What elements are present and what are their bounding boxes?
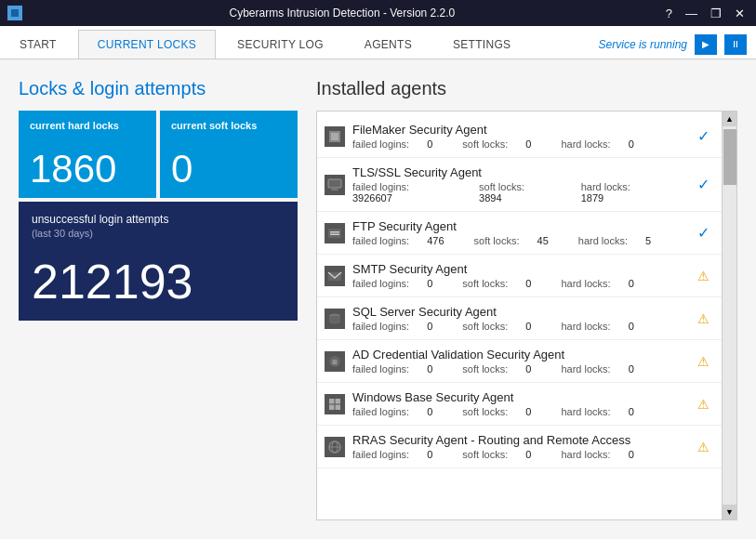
svg-rect-15 (329, 399, 335, 404)
app-icon (7, 6, 22, 20)
agent-icon (325, 309, 345, 329)
failed-logins-label: failed logins: 0 (352, 138, 447, 150)
window-controls: ? — ❐ ✕ (662, 7, 749, 20)
svg-rect-3 (331, 133, 338, 140)
login-attempts-sublabel: (last 30 days) (32, 228, 285, 239)
agent-name: SMTP Security Agent (352, 262, 686, 276)
soft-locks-value: 0 (171, 150, 286, 189)
agent-stats: failed logins: 0soft locks: 0hard locks:… (352, 449, 686, 460)
warning-icon: ⚠ (697, 311, 710, 326)
agent-item: RRAS Security Agent - Routing and Remote… (317, 426, 722, 468)
agent-item: FTP Security Agentfailed logins: 476soft… (317, 212, 722, 255)
svg-rect-7 (331, 190, 338, 191)
tab-security-log[interactable]: SECURITY LOG (218, 30, 343, 59)
svg-rect-10 (330, 233, 339, 235)
svg-rect-18 (336, 404, 341, 410)
close-button[interactable]: ✕ (731, 7, 749, 20)
soft-locks-label: soft locks: 0 (462, 449, 546, 460)
agent-info: Windows Base Security Agentfailed logins… (352, 390, 686, 417)
scrollbar[interactable]: ▲ ▼ (722, 112, 736, 519)
left-panel: Locks & login attempts current hard lock… (19, 78, 298, 520)
tab-current-locks[interactable]: CURRENT LOCKS (78, 30, 216, 59)
agents-list[interactable]: FileMaker Security Agentfailed logins: 0… (317, 112, 722, 519)
soft-locks-label: current soft locks (171, 120, 286, 131)
agent-stats: failed logins: 476soft locks: 45hard loc… (352, 235, 686, 246)
help-button[interactable]: ? (662, 7, 676, 20)
agent-stats: failed logins: 0soft locks: 0hard locks:… (352, 321, 686, 332)
hard-locks-label: hard locks: 0 (561, 278, 648, 289)
soft-locks-label: soft locks: 45 (474, 235, 564, 246)
agent-name: AD Credential Validation Security Agent (352, 348, 686, 362)
scroll-up-arrow[interactable]: ▲ (723, 112, 737, 126)
service-pause-button[interactable]: ⏸ (724, 34, 747, 55)
agent-name: TLS/SSL Security Agent (352, 165, 686, 179)
agent-status-icon: ✓ (694, 176, 712, 193)
hard-locks-label: hard locks: 0 (561, 321, 648, 332)
agent-name: FileMaker Security Agent (352, 123, 686, 137)
login-attempts-tile: unsuccessful login attempts (last 30 day… (19, 202, 298, 321)
agent-status-icon: ⚠ (694, 311, 712, 326)
agent-item: SQL Server Security Agentfailed logins: … (317, 297, 722, 340)
agent-icon (325, 223, 345, 243)
agent-name: FTP Security Agent (352, 219, 686, 233)
agent-icon (325, 437, 345, 457)
hard-locks-tile: current hard locks 1860 (19, 111, 156, 198)
hard-locks-label: hard locks: 1879 (581, 181, 671, 204)
failed-logins-label: failed logins: 3926607 (352, 181, 464, 204)
agent-icon (325, 175, 345, 195)
hard-locks-label: hard locks: 0 (561, 363, 648, 375)
agent-item: SMTP Security Agentfailed logins: 0soft … (317, 255, 722, 297)
hard-locks-value: 1860 (30, 150, 145, 189)
login-attempts-value: 212193 (32, 254, 285, 309)
locks-section-title: Locks & login attempts (19, 78, 298, 99)
login-attempts-label: unsuccessful login attempts (32, 213, 285, 226)
failed-logins-label: failed logins: 0 (352, 449, 447, 460)
scroll-thumb[interactable] (723, 129, 736, 185)
agent-icon (325, 266, 345, 286)
tab-start[interactable]: START (0, 30, 76, 59)
maximize-button[interactable]: ❐ (707, 7, 725, 20)
hard-locks-label: hard locks: 0 (561, 449, 648, 460)
title-bar: Cyberarms Intrusion Detection - Version … (0, 0, 756, 26)
hard-locks-label: hard locks: 0 (561, 406, 648, 417)
agent-stats: failed logins: 3926607soft locks: 3894ha… (352, 181, 686, 204)
soft-locks-label: soft locks: 0 (462, 406, 546, 417)
checkmark-icon: ✓ (697, 224, 710, 242)
tab-bar: START CURRENT LOCKS SECURITY LOG AGENTS … (0, 26, 756, 59)
warning-icon: ⚠ (697, 440, 710, 454)
service-play-button[interactable]: ▶ (695, 34, 717, 55)
svg-rect-16 (336, 399, 341, 404)
agent-name: RRAS Security Agent - Routing and Remote… (352, 433, 686, 447)
agent-stats: failed logins: 0soft locks: 0hard locks:… (352, 278, 686, 289)
service-status-text: Service is running (599, 38, 687, 51)
soft-locks-tile: current soft locks 0 (160, 111, 298, 198)
scroll-track[interactable] (723, 126, 736, 505)
agent-status-icon: ✓ (694, 224, 712, 242)
tab-settings[interactable]: SETTINGS (433, 30, 530, 59)
agent-item: TLS/SSL Security Agentfailed logins: 392… (317, 158, 722, 212)
hard-locks-label: hard locks: 0 (561, 138, 648, 150)
agent-stats: failed logins: 0soft locks: 0hard locks:… (352, 406, 686, 417)
minimize-button[interactable]: — (682, 7, 701, 20)
checkmark-icon: ✓ (697, 127, 710, 145)
svg-rect-6 (332, 188, 338, 190)
hard-locks-label: current hard locks (30, 120, 145, 131)
agent-item: ⊞AD Credential Validation Security Agent… (317, 340, 722, 383)
scroll-down-arrow[interactable]: ▼ (723, 505, 737, 519)
agents-section-title: Installed agents (316, 78, 737, 99)
agent-name: SQL Server Security Agent (352, 305, 686, 319)
agent-info: AD Credential Validation Security Agentf… (352, 348, 686, 375)
warning-icon: ⚠ (697, 354, 710, 369)
agent-icon (325, 126, 345, 147)
failed-logins-label: failed logins: 0 (352, 321, 447, 332)
locks-grid: current hard locks 1860 current soft loc… (19, 111, 298, 198)
checkmark-icon: ✓ (697, 176, 710, 193)
agent-stats: failed logins: 0soft locks: 0hard locks:… (352, 138, 686, 150)
soft-locks-label: soft locks: 3894 (479, 181, 566, 204)
tab-agents[interactable]: AGENTS (345, 30, 431, 59)
agent-status-icon: ✓ (694, 127, 712, 145)
failed-logins-label: failed logins: 0 (352, 278, 447, 289)
agents-container: FileMaker Security Agentfailed logins: 0… (316, 111, 737, 520)
agent-status-icon: ⚠ (694, 269, 712, 283)
svg-rect-1 (11, 9, 19, 17)
